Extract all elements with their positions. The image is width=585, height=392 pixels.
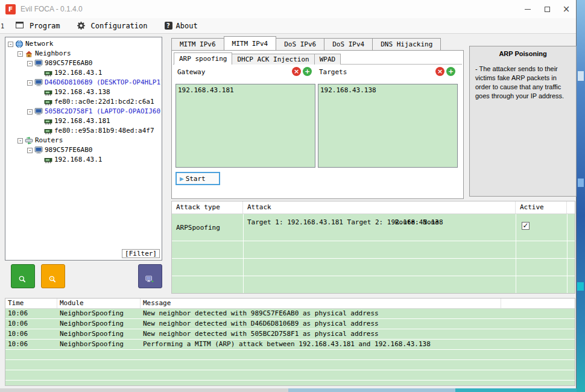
window-controls: × (518, 0, 576, 18)
tab-mitm-ipv4[interactable]: MITM IPv4 (224, 36, 277, 50)
globe-icon (15, 40, 24, 48)
tab-dos-ipv4[interactable]: DoS IPv4 (324, 38, 373, 50)
tree-node-label: 192.168.43.1 (54, 155, 102, 165)
tree-node[interactable]: 192.168.43.1 (5, 68, 162, 78)
empty-column-header (501, 299, 575, 308)
log-row[interactable]: 10:06NeighborSpoofingNew neighbor detect… (5, 319, 575, 329)
nic-icon (44, 88, 52, 96)
gateway-add-icon[interactable]: + (303, 67, 312, 76)
message-column-header[interactable]: Message (141, 299, 501, 308)
tree-node[interactable]: 192.168.43.181 (5, 116, 162, 126)
log-module: NeighborSpoofing (57, 309, 141, 318)
tree-node[interactable]: fe80::ac0e:22d1:bcd2:c6a1 (5, 97, 162, 107)
time-column-header[interactable]: Time (5, 299, 57, 308)
tab-mitm-ipv6[interactable]: MITM IPv6 (171, 38, 224, 50)
log-message: Performing a MITM (ARP) attack between 1… (141, 340, 575, 349)
gateway-remove-icon[interactable]: × (292, 67, 301, 76)
tree-expander-icon[interactable]: - (17, 138, 23, 144)
main-tab-strip: MITM IPv6 MITM IPv4 DoS IPv6 DoS IPv4 DN… (171, 37, 440, 50)
empty-column-header (567, 201, 575, 213)
computer-icon (34, 59, 43, 68)
log-rows: 10:06NeighborSpoofingNew neighbor detect… (5, 309, 575, 350)
attack-table-empty-rows (172, 241, 575, 293)
subtab-arp-spoofing[interactable]: ARP spoofing (174, 52, 232, 65)
tree-node-label: Routers (35, 136, 63, 145)
log-row[interactable]: 10:06NeighborSpoofingNew neighbor detect… (5, 309, 575, 319)
targets-list-item[interactable]: 192.168.43.138 (320, 86, 455, 95)
tree-expander-icon[interactable]: - (27, 61, 33, 66)
log-table-empty-rows (5, 350, 575, 385)
network-tree-panel: -Network-Neighbors-989C57FE6AB0192.168.4… (5, 37, 162, 261)
computer-icon (34, 146, 43, 154)
tree-expander-icon[interactable]: - (27, 80, 33, 86)
active-column-header[interactable]: Active (516, 201, 567, 213)
menu-program[interactable]: Program (16, 22, 60, 30)
tree-node[interactable]: 192.168.43.138 (5, 87, 162, 97)
info-panel-title: ARP Poisoning (470, 46, 576, 57)
attack-type-cell: ARPSpoofing (172, 214, 243, 241)
tree-node[interactable]: -Network (5, 39, 162, 49)
menu-bar: Program Configuration ? About (0, 18, 576, 34)
active-checkbox[interactable]: ✓ (522, 222, 530, 230)
edge-artifact: 1 (1, 23, 4, 30)
minimize-icon (525, 9, 531, 10)
gateway-list-item[interactable]: 192.168.43.181 (178, 86, 313, 95)
tree-node[interactable]: -989C57FE6AB0 (5, 58, 162, 68)
tab-dos-ipv6[interactable]: DoS IPv6 (276, 38, 324, 50)
computer-icon (34, 78, 43, 87)
targets-add-icon[interactable]: + (446, 67, 455, 76)
maximize-button[interactable] (537, 0, 557, 18)
menu-about-label: About (176, 22, 198, 30)
minimize-button[interactable] (518, 0, 537, 18)
attack-column-header[interactable]: Attack (243, 201, 516, 213)
scan-button[interactable] (41, 264, 65, 288)
nic-icon (44, 117, 52, 125)
capture-button[interactable] (138, 264, 162, 288)
tree-node[interactable]: -505BC2D758F1 (LAPTOP-OPAOIJ60) (5, 107, 162, 116)
menu-configuration[interactable]: Configuration (77, 22, 148, 30)
tree-node[interactable]: fe80::e95a:81b9:48ed:a4f7 (5, 126, 162, 136)
log-message: New neighbor detected with D46D6D8106B9 … (141, 319, 575, 329)
log-table: Time Module Message 10:06NeighborSpoofin… (5, 298, 575, 386)
start-button[interactable]: ▶ Start (176, 172, 220, 185)
attack-table-body: ARPSpoofing Target 1: 192.168.43.181 Rou… (172, 214, 575, 293)
menu-configuration-label: Configuration (91, 22, 148, 30)
help-icon: ? (165, 22, 172, 30)
tree-expander-icon[interactable]: - (8, 42, 13, 47)
attack-row[interactable]: ARPSpoofing Target 1: 192.168.43.181 Rou… (172, 214, 575, 241)
filter-box[interactable]: [Filter] (122, 249, 160, 258)
tab-dns-hijacking[interactable]: DNS Hijacking (372, 38, 441, 50)
subtab-dhcp-ack-injection[interactable]: DHCP ACK Injection (232, 54, 314, 65)
gateway-listbox[interactable]: 192.168.43.181 (176, 84, 315, 168)
tree-node[interactable]: -Neighbors (5, 49, 162, 58)
nic-icon (44, 127, 52, 135)
targets-remove-icon[interactable]: × (435, 67, 444, 76)
attack-route: Route: None (395, 218, 439, 227)
screen: F Evil FOCA - 0.1.4.0 × Program Configur… (0, 0, 585, 392)
tree-node-label: fe80::e95a:81b9:48ed:a4f7 (54, 126, 154, 136)
targets-label: Targets (319, 68, 347, 76)
close-button[interactable]: × (557, 0, 576, 18)
tree-node[interactable]: -D46D6D8106B9 (DESKTOP-OP4HLP1) (5, 78, 162, 87)
log-module: NeighborSpoofing (57, 329, 141, 339)
subtab-wpad[interactable]: WPAD (314, 54, 341, 65)
attack-table: Attack type Attack Active ARPSpoofing Ta… (171, 201, 575, 294)
log-module: NeighborSpoofing (57, 319, 141, 329)
tree-node[interactable]: -Routers (5, 136, 162, 145)
module-column-header[interactable]: Module (57, 299, 141, 308)
tree-expander-icon[interactable]: - (17, 51, 23, 57)
search-button[interactable] (11, 264, 35, 288)
desktop-icon-fragment (577, 282, 584, 291)
tree-expander-icon[interactable]: - (27, 109, 33, 115)
log-row[interactable]: 10:06NeighborSpoofingPerforming a MITM (… (5, 340, 575, 350)
attack-target1: Target 1: 192.168.43.181 (247, 218, 343, 226)
targets-listbox[interactable]: 192.168.43.138 (318, 84, 458, 168)
tree-node-label: 989C57FE6AB0 (45, 58, 92, 68)
menu-about[interactable]: ? About (165, 22, 198, 30)
tree-node[interactable]: -989C57FE6AB0 (5, 145, 162, 155)
tree-expander-icon[interactable]: - (27, 148, 33, 153)
log-row[interactable]: 10:06NeighborSpoofingNew neighbor detect… (5, 329, 575, 340)
tree-node[interactable]: 192.168.43.1 (5, 155, 162, 165)
attack-type-column-header[interactable]: Attack type (172, 201, 243, 213)
window-title: Evil FOCA - 0.1.4.0 (21, 5, 83, 13)
